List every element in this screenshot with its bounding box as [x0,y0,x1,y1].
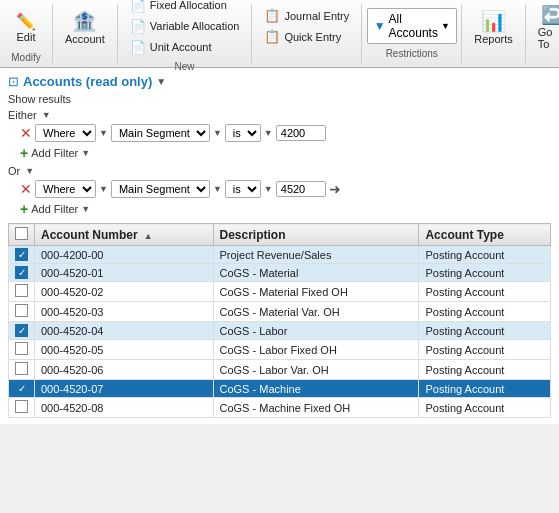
either-arrow[interactable]: ▼ [42,110,51,120]
filter-icon: ▼ [374,19,386,33]
row-account-number: 000-4520-07 [35,380,214,398]
row-account-type: Posting Account [419,282,551,302]
row-checkbox[interactable]: ✓ [15,382,28,395]
row-checkbox[interactable]: ✓ [15,266,28,279]
row-checkbox[interactable]: ✓ [15,248,28,261]
add-filter-plus-2: + [20,201,28,217]
row-description: Project Revenue/Sales [213,246,419,264]
row-account-number: 000-4200-00 [35,246,214,264]
add-filter-row-2[interactable]: + Add Filter ▼ [20,201,551,217]
col-header-account-number[interactable]: Account Number ▲ [35,224,214,246]
row-checkbox-cell[interactable] [9,302,35,322]
account-button[interactable]: 🏦 Account [59,4,111,50]
row-checkbox[interactable] [15,362,28,375]
table-row[interactable]: 000-4520-05CoGS - Labor Fixed OHPosting … [9,340,551,360]
is-dropdown-2[interactable]: is [225,180,261,198]
delete-filter-2-icon[interactable]: ✕ [20,181,32,197]
row-checkbox[interactable]: ✓ [15,324,28,337]
fixed-allocation-label: Fixed Allocation [150,0,227,11]
table-row[interactable]: ✓000-4200-00Project Revenue/SalesPosting… [9,246,551,264]
content-area: ⊡ Accounts (read only) ▼ Show results Ei… [0,68,559,424]
row-checkbox-cell[interactable] [9,398,35,418]
journal-group: 📋 Journal Entry 📋 Quick Entry [252,4,362,63]
goto-button[interactable]: ↩️ Go To [532,2,559,52]
row-checkbox-cell[interactable]: ✓ [9,264,35,282]
where-dropdown-1[interactable]: Where [35,124,96,142]
table-row[interactable]: ✓000-4520-07CoGS - MachinePosting Accoun… [9,380,551,398]
delete-filter-1-icon[interactable]: ✕ [20,125,32,141]
row-checkbox[interactable] [15,342,28,355]
row-checkbox-cell[interactable] [9,282,35,302]
add-filter-label-2: Add Filter [31,203,78,215]
unit-account-label: Unit Account [150,41,212,53]
table-row[interactable]: 000-4520-08CoGS - Machine Fixed OHPostin… [9,398,551,418]
row-description: CoGS - Labor Fixed OH [213,340,419,360]
either-section: Either ▼ ✕ Where ▼ Main Segment ▼ is ▼ +… [8,109,551,161]
row-account-type: Posting Account [419,302,551,322]
row-account-number: 000-4520-03 [35,302,214,322]
segment-dropdown-2[interactable]: Main Segment [111,180,210,198]
variable-allocation-label: Variable Allocation [150,20,240,32]
reports-group: 📊 Reports [462,4,526,63]
add-filter-arrow-2: ▼ [81,204,90,214]
row-checkbox[interactable] [15,284,28,297]
row-account-number: 000-4520-04 [35,322,214,340]
goto-label: Go To [538,26,559,50]
add-filter-arrow-1: ▼ [81,148,90,158]
unit-account-button[interactable]: 📄 Unit Account [126,38,244,57]
segment-dropdown-1[interactable]: Main Segment [111,124,210,142]
row-account-number: 000-4520-06 [35,360,214,380]
row-checkbox[interactable] [15,304,28,317]
row-checkbox-cell[interactable] [9,340,35,360]
select-all-checkbox[interactable] [15,227,28,240]
filter-title-arrow[interactable]: ▼ [156,76,166,87]
either-label: Either [8,109,37,121]
col-header-checkbox[interactable] [9,224,35,246]
col-header-account-type[interactable]: Account Type [419,224,551,246]
col-header-description[interactable]: Description [213,224,419,246]
quick-entry-label: Quick Entry [284,31,341,43]
filter-title: Accounts (read only) [23,74,152,89]
row-account-type: Posting Account [419,380,551,398]
journal-entry-button[interactable]: 📋 Journal Entry [260,6,353,25]
goto-group-label [550,52,553,65]
row-checkbox[interactable] [15,400,28,413]
restrictions-group: ▼ All Accounts ▼ Restrictions [362,4,462,63]
row-checkbox-cell[interactable]: ✓ [9,322,35,340]
filter-action-arrow[interactable]: ➜ [329,181,341,197]
table-row[interactable]: 000-4520-03CoGS - Material Var. OHPostin… [9,302,551,322]
table-row[interactable]: 000-4520-02CoGS - Material Fixed OHPosti… [9,282,551,302]
table-row[interactable]: 000-4520-06CoGS - Labor Var. OHPosting A… [9,360,551,380]
reports-button[interactable]: 📊 Reports [468,4,519,50]
or-arrow[interactable]: ▼ [25,166,34,176]
quick-entry-button[interactable]: 📋 Quick Entry [260,27,353,46]
value-input-2[interactable] [276,181,326,197]
filter-funnel-icon: ⊡ [8,74,19,89]
table-row[interactable]: ✓000-4520-01CoGS - MaterialPosting Accou… [9,264,551,282]
dropdown-arrow-2: ▼ [213,128,222,138]
add-filter-row-1[interactable]: + Add Filter ▼ [20,145,551,161]
value-input-1[interactable] [276,125,326,141]
variable-allocation-button[interactable]: 📄 Variable Allocation [126,17,244,36]
add-filter-label-1: Add Filter [31,147,78,159]
reports-group-label [492,50,495,63]
row-account-type: Posting Account [419,264,551,282]
all-accounts-button[interactable]: ▼ All Accounts ▼ [367,8,457,44]
table-row[interactable]: ✓000-4520-04CoGS - LaborPosting Account [9,322,551,340]
is-dropdown-1[interactable]: is [225,124,261,142]
dropdown-arrow-5: ▼ [213,184,222,194]
or-row: Or ▼ [8,165,551,177]
show-results-label: Show results [8,93,551,105]
table-header: Account Number ▲ Description Account Typ… [9,224,551,246]
row-description: CoGS - Machine [213,380,419,398]
fixed-allocation-button[interactable]: 📄 Fixed Allocation [126,0,244,15]
dropdown-arrow-4: ▼ [99,184,108,194]
row-checkbox-cell[interactable]: ✓ [9,380,35,398]
dropdown-arrow-1: ▼ [99,128,108,138]
reports-label: Reports [474,33,513,45]
row-checkbox-cell[interactable]: ✓ [9,246,35,264]
row-checkbox-cell[interactable] [9,360,35,380]
edit-button[interactable]: ✏️ Edit [6,4,46,50]
where-dropdown-2[interactable]: Where [35,180,96,198]
row-account-number: 000-4520-01 [35,264,214,282]
